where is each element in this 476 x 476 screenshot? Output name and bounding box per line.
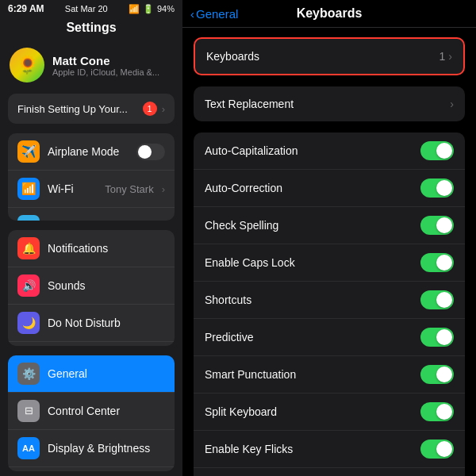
smart-punctuation-row[interactable]: Smart Punctuation	[194, 356, 465, 393]
shortcuts-toggle[interactable]	[420, 290, 454, 309]
avatar-emoji: 🌻	[17, 55, 38, 75]
sidebar-item-airplane[interactable]: ✈️ Airplane Mode	[8, 133, 175, 171]
status-bar: 6:29 AM Sat Mar 20 📶 🔋 94%	[0, 0, 182, 17]
notifications-label: Notifications	[48, 242, 165, 255]
sounds-icon: 🔊	[17, 274, 40, 297]
settings-title: Settings	[0, 17, 182, 41]
sidebar-item-notifications[interactable]: 🔔 Notifications	[8, 230, 175, 267]
profile-sub: Apple ID, iCloud, Media &...	[52, 67, 159, 77]
wifi-icon: 📶	[129, 4, 140, 14]
sidebar-item-sounds[interactable]: 🔊 Sounds	[8, 267, 175, 305]
finish-setup-right: 1 ›	[143, 102, 165, 116]
auto-cap-toggle[interactable]	[420, 141, 454, 160]
wifi-settings-icon: 📶	[17, 178, 40, 200]
finish-setup-label: Finish Setting Up Your...	[17, 103, 128, 115]
right-panel: ‹ General Keyboards Keyboards 1 › Text R…	[182, 0, 476, 476]
sidebar-item-bluetooth[interactable]: B Bluetooth On ›	[8, 208, 175, 221]
battery-percent: 94%	[157, 4, 175, 13]
connectivity-group: ✈️ Airplane Mode 📶 Wi-Fi Tony Stark › B …	[8, 133, 175, 221]
text-replacement-chevron-icon: ›	[450, 98, 454, 110]
caps-lock-label: Enable Caps Lock	[205, 256, 420, 269]
caps-lock-row[interactable]: Enable Caps Lock	[194, 244, 465, 282]
sidebar-item-general[interactable]: ⚙️ General	[8, 355, 175, 393]
predictive-toggle[interactable]	[420, 328, 454, 347]
keyboards-section: Keyboards 1 ›	[194, 37, 465, 75]
profile-info: Matt Cone Apple ID, iCloud, Media &...	[52, 54, 159, 77]
donotdisturb-icon: 🌙	[17, 312, 40, 334]
finish-setup-item[interactable]: Finish Setting Up Your... 1 ›	[8, 94, 175, 124]
sounds-label: Sounds	[48, 279, 165, 292]
keyboards-row[interactable]: Keyboards 1 ›	[195, 39, 463, 74]
check-spelling-toggle[interactable]	[420, 216, 454, 235]
finish-setup-badge: 1	[143, 102, 157, 116]
keyboard-settings-section: Auto-Capitalization Auto-Correction Chec…	[194, 132, 465, 476]
keyboards-count: 1	[440, 50, 446, 63]
wifi-label: Wi-Fi	[48, 182, 97, 195]
right-header: ‹ General Keyboards	[182, 0, 476, 28]
notifications-group: 🔔 Notifications 🔊 Sounds 🌙 Do Not Distur…	[8, 230, 175, 346]
profile-section[interactable]: 🌻 Matt Cone Apple ID, iCloud, Media &...	[0, 41, 182, 89]
airplane-icon: ✈️	[17, 140, 40, 163]
airplane-label: Airplane Mode	[48, 145, 129, 158]
status-time: 6:29 AM	[8, 3, 44, 14]
auto-correction-label: Auto-Correction	[205, 182, 420, 194]
key-flicks-row[interactable]: Enable Key Flicks	[194, 431, 465, 468]
split-keyboard-toggle[interactable]	[420, 402, 454, 421]
general-label: General	[48, 367, 165, 380]
status-icons: 📶 🔋 94%	[129, 4, 175, 14]
caps-lock-toggle[interactable]	[420, 253, 454, 272]
auto-capitalization-row[interactable]: Auto-Capitalization	[194, 132, 465, 170]
display-label: Display & Brightness	[48, 442, 165, 455]
back-chevron-icon: ‹	[190, 7, 194, 21]
general-group: ⚙️ General ⊟ Control Center AA Display &…	[8, 355, 175, 471]
bluetooth-label: Bluetooth	[48, 220, 132, 221]
sidebar-item-homescreen[interactable]: ⊞ Home Screen & Dock	[8, 467, 175, 471]
smart-punctuation-label: Smart Punctuation	[205, 368, 420, 381]
check-spelling-label: Check Spelling	[205, 219, 420, 232]
auto-cap-label: Auto-Capitalization	[205, 144, 420, 157]
back-label: General	[196, 7, 238, 21]
right-content: Keyboards 1 › Text Replacement › Auto-Ca…	[182, 28, 476, 476]
display-icon: AA	[17, 437, 40, 459]
auto-correction-toggle[interactable]	[420, 178, 454, 198]
airplane-toggle[interactable]	[136, 144, 165, 160]
back-button[interactable]: ‹ General	[190, 7, 238, 21]
text-replacement-section: Text Replacement ›	[194, 86, 465, 121]
chevron-icon: ›	[162, 183, 165, 195]
auto-correction-row[interactable]: Auto-Correction	[194, 170, 465, 207]
battery-icon: 🔋	[143, 4, 154, 14]
notifications-icon: 🔔	[17, 237, 40, 259]
text-replacement-row[interactable]: Text Replacement ›	[194, 86, 465, 121]
sidebar-item-wifi[interactable]: 📶 Wi-Fi Tony Stark ›	[8, 171, 175, 208]
profile-name: Matt Cone	[52, 54, 159, 67]
keyboards-chevron-icon: ›	[448, 50, 452, 63]
slide-floating-row[interactable]: Slide on Floating Keyboard to Type	[194, 468, 465, 476]
shortcuts-label: Shortcuts	[205, 294, 420, 306]
sidebar-item-screentime[interactable]: ⌛ Screen Time	[8, 342, 175, 346]
sidebar-item-controlcenter[interactable]: ⊟ Control Center	[8, 393, 175, 430]
split-keyboard-label: Split Keyboard	[205, 405, 420, 418]
chevron-right-icon: ›	[162, 103, 165, 115]
sidebar-item-displaybrightness[interactable]: AA Display & Brightness	[8, 430, 175, 467]
sidebar-item-donotdisturb[interactable]: 🌙 Do Not Disturb	[8, 305, 175, 342]
text-replacement-label: Text Replacement	[205, 98, 450, 110]
right-panel-title: Keyboards	[297, 6, 363, 21]
split-keyboard-row[interactable]: Split Keyboard	[194, 393, 465, 431]
controlcenter-icon: ⊟	[17, 400, 40, 422]
key-flicks-label: Enable Key Flicks	[205, 443, 420, 455]
avatar: 🌻	[10, 48, 44, 83]
controlcenter-label: Control Center	[48, 405, 165, 417]
bluetooth-icon: B	[17, 215, 40, 221]
wifi-value: Tony Stark	[105, 183, 153, 195]
shortcuts-row[interactable]: Shortcuts	[194, 282, 465, 319]
left-panel: 6:29 AM Sat Mar 20 📶 🔋 94% Settings 🌻 Ma…	[0, 0, 182, 476]
check-spelling-row[interactable]: Check Spelling	[194, 207, 465, 244]
predictive-row[interactable]: Predictive	[194, 319, 465, 356]
general-icon: ⚙️	[17, 363, 40, 385]
donotdisturb-label: Do Not Disturb	[48, 317, 165, 329]
keyboards-row-label: Keyboards	[206, 50, 440, 63]
key-flicks-toggle[interactable]	[420, 440, 454, 459]
smart-punctuation-toggle[interactable]	[420, 365, 454, 384]
predictive-label: Predictive	[205, 331, 420, 344]
status-date: Sat Mar 20	[65, 4, 108, 13]
